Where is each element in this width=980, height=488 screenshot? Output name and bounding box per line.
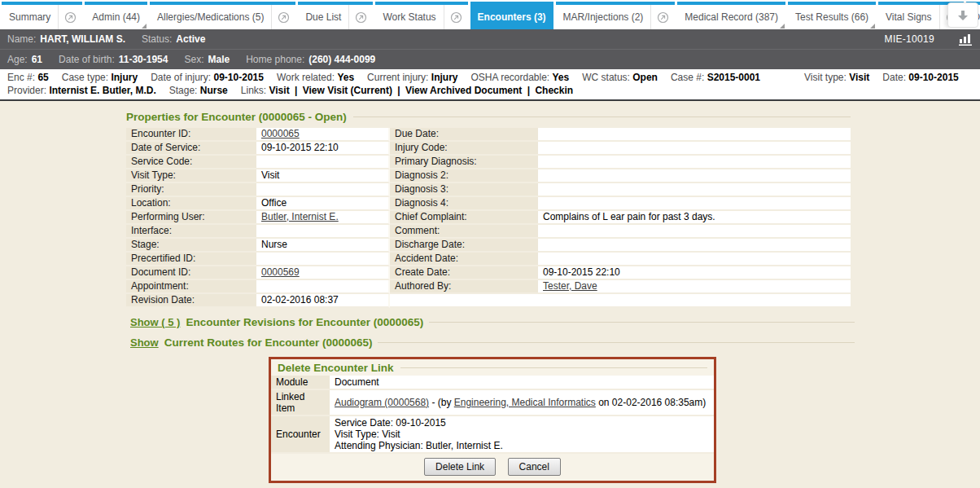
delete-link-button[interactable]: Delete Link (424, 458, 496, 476)
encounter-revisions-section: Show ( 5 ) Encounter Revisions for Encou… (130, 316, 855, 328)
flowsheet-chart-icon[interactable] (959, 33, 973, 46)
prop-value (538, 225, 851, 239)
patient-status: Status: Active (142, 33, 205, 45)
cancel-button[interactable]: Cancel (508, 458, 561, 476)
table-row: Encounter ID: 0000065 Due Date: (126, 128, 851, 142)
tab-medical-record[interactable]: Medical Record (387) (677, 2, 785, 29)
case-type: Case type: Injury (62, 71, 138, 84)
tab-test-results[interactable]: Test Results (66) (788, 2, 876, 29)
tab-work-status[interactable]: Work Status (375, 2, 467, 29)
tab-menu-corner-icon (870, 24, 875, 29)
tab-encounters-active[interactable]: Encounters (3) (470, 2, 553, 29)
popout-icon[interactable] (650, 5, 675, 29)
prop-value: 09-10-2015 22:10 (256, 142, 390, 156)
popout-icon[interactable] (271, 5, 295, 29)
link-visit[interactable]: Visit (269, 85, 290, 96)
sex: Sex: Male (184, 54, 230, 65)
table-row: Appointment: Authored By: Tester, Dave (126, 280, 851, 294)
encounter-id-link[interactable]: 0000065 (261, 128, 300, 139)
table-row: Location: Office Diagnosis 4: (126, 197, 851, 211)
encounter-info-line-1: Enc #: 65 Case type: Injury Date of inju… (7, 71, 973, 84)
table-row: Linked Item Audiogram (0000568) - (by En… (271, 390, 714, 416)
prop-value (538, 169, 851, 183)
date-of-birth: Date of birth: 11-30-1954 (59, 54, 168, 65)
encounter-info-bar: Enc #: 65 Case type: Injury Date of inju… (0, 69, 980, 101)
prop-label: Comment: (390, 225, 538, 239)
prop-label: Interface: (126, 225, 256, 239)
popout-icon[interactable] (348, 5, 373, 29)
age-label: Age: (7, 54, 28, 65)
table-row: Date of Service: 09-10-2015 22:10 Injury… (126, 142, 851, 156)
visit-type: Visit type: Visit (804, 71, 869, 84)
prop-value: 09-10-2015 22:10 (538, 266, 851, 280)
show-routes-link[interactable]: Show (130, 336, 159, 349)
prop-value (538, 239, 851, 253)
linked-item-value: Audiogram (0000568) - (by Engineering, M… (330, 390, 714, 416)
main-content: Properties for Encounter (0000065 - Open… (0, 101, 980, 488)
link-checkin[interactable]: Checkin (535, 85, 573, 96)
linked-item-text: on 02-02-2016 08:35am) (596, 397, 706, 408)
table-row: Stage: Nurse Discharge Date: (126, 239, 851, 253)
authored-by-link[interactable]: Tester, Dave (543, 280, 597, 292)
performing-user-link[interactable]: Butler, Internist E. (261, 211, 339, 222)
link-separator: | (527, 85, 530, 96)
heading-rule (429, 322, 855, 323)
heading-rule (353, 117, 851, 117)
current-injury: Current injury: Injury (367, 71, 457, 84)
show-revisions-link[interactable]: Show ( 5 ) (130, 316, 180, 328)
prop-label: Date of Service: (126, 142, 256, 156)
prop-value: Butler, Internist E. (256, 211, 390, 225)
link-view-archived-document[interactable]: View Archived Document (405, 85, 522, 96)
prop-label: Diagnosis 3: (390, 183, 538, 197)
encounter-visit-type: Visit Type: Visit (335, 429, 709, 440)
wc-status: WC status: Open (582, 71, 658, 84)
name-label: Name: (7, 33, 36, 45)
prop-label: Stage: (126, 239, 256, 253)
link-separator: | (397, 85, 400, 96)
prop-label: Priority: (126, 183, 256, 197)
linked-user-link[interactable]: Engineering, Medical Informatics (454, 397, 596, 408)
link-view-visit-current[interactable]: View Visit (Current) (303, 85, 392, 96)
patient-name: Name: HART, WILLIAM S. (7, 33, 125, 45)
tab-due-list[interactable]: Due List (298, 2, 373, 29)
prop-value (256, 225, 390, 239)
prop-value (538, 183, 851, 197)
more-tabs-button[interactable] (947, 2, 978, 28)
section-title: Current Routes for Encounter (0000065) (164, 336, 373, 349)
prop-value (538, 142, 851, 156)
prop-value (256, 183, 390, 197)
demographics-bar: Age: 61 Date of birth: 11-30-1954 Sex: M… (0, 50, 980, 69)
tab-admin[interactable]: Admin (44) (85, 2, 147, 29)
prop-value: Visit (256, 169, 390, 183)
encounter-label: Encounter (271, 416, 330, 454)
delete-box-buttons: Delete Link Cancel (271, 454, 714, 481)
table-row: Service Code: Primary Diagnosis: (126, 156, 851, 169)
prop-label: Due Date: (390, 128, 538, 142)
table-row: Document ID: 0000569 Create Date: 09-10-… (126, 266, 851, 280)
linked-document-link[interactable]: Audiogram (0000568) (335, 397, 429, 408)
tab-menu-corner-icon (780, 24, 785, 29)
popout-icon[interactable] (58, 5, 82, 29)
prop-label: Visit Type: (126, 169, 256, 183)
tab-allergies-medications[interactable]: Allergies/Medications (5) (150, 2, 295, 29)
work-related: Work related: Yes (277, 71, 354, 84)
encounter-info-line-2: Provider: Internist E. Butler, M.D. Stag… (7, 84, 973, 97)
document-id-link[interactable]: 0000569 (261, 266, 300, 278)
prop-value (256, 253, 390, 266)
delete-box-title: Delete Encounter Link (278, 362, 394, 374)
delete-link-table: Module Document Linked Item Audiogram (0… (271, 376, 714, 454)
table-row: Performing User: Butler, Internist E. Ch… (126, 211, 851, 225)
links-label: Links: (241, 85, 266, 96)
tab-mar-injections[interactable]: MAR/Injections (2) (556, 2, 676, 29)
date-of-injury: Date of injury: 09-10-2015 (151, 71, 264, 84)
prop-label: Create Date: (390, 266, 538, 280)
section-title: Encounter Revisions for Encounter (00000… (186, 316, 423, 328)
tab-summary[interactable]: Summary (2, 2, 82, 29)
link-separator: | (295, 85, 297, 96)
popout-icon[interactable] (444, 5, 468, 29)
encounter-properties-table: Encounter ID: 0000065 Due Date: Date of … (126, 128, 851, 308)
case-number: Case #: S2015-0001 (671, 71, 760, 84)
prop-label: Accident Date: (390, 253, 538, 266)
tab-label: Due List (298, 11, 348, 23)
prop-value (538, 197, 851, 211)
